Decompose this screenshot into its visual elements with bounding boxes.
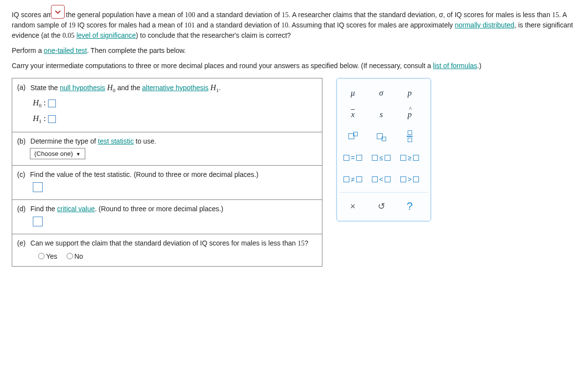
value-sample-mean: 101 (185, 22, 195, 29)
part-d-text: . (Round to three or more decimal places… (95, 205, 223, 213)
palette-subscript[interactable] (368, 126, 394, 146)
palette-xbar[interactable]: x (340, 105, 366, 124)
intro-text: .) (477, 62, 482, 70)
intro-text: IQ scores among the general population h… (12, 11, 185, 19)
sigma-symbol: σ (379, 88, 383, 98)
help-icon: ? (407, 200, 413, 213)
eq-symbol: = (351, 154, 355, 162)
test-statistic-input[interactable] (33, 182, 43, 192)
question-box: (a) State the null hypothesis H0 and the… (12, 78, 322, 267)
part-e-text: Can we support the claim that the standa… (30, 239, 298, 247)
link-null-hypothesis[interactable]: null hypothesis (60, 84, 105, 92)
palette-sigma[interactable]: σ (368, 83, 394, 103)
link-level-of-significance[interactable]: level of significance (76, 31, 136, 39)
chevron-down-icon: ▼ (76, 151, 81, 157)
part-b-text: Determine the type of (30, 137, 98, 145)
palette-superscript[interactable] (340, 126, 366, 146)
h0-input[interactable] (48, 99, 56, 107)
h1-input[interactable] (48, 115, 56, 123)
colon: : (42, 98, 48, 107)
close-icon: × (350, 201, 356, 212)
colon: : (42, 114, 48, 123)
intro-text: ) to conclude that the researcher's clai… (136, 31, 291, 39)
link-normally-distributed[interactable]: normally distributed (455, 21, 514, 29)
palette-s[interactable]: s (368, 105, 394, 124)
radio-no[interactable] (67, 253, 73, 259)
part-a-text: . (219, 84, 220, 92)
value-sd2: 15 (552, 11, 559, 19)
radio-no-label[interactable]: No (64, 252, 83, 260)
ge-symbol: ≥ (408, 154, 412, 162)
part-d: (d) Find the critical value. (Round to t… (12, 200, 322, 234)
select-placeholder: (Choose one) (34, 150, 73, 157)
link-critical-value[interactable]: critical value (57, 205, 95, 213)
link-list-of-formulas[interactable]: list of formulas (433, 62, 477, 70)
p-symbol: p (408, 88, 412, 98)
ne-symbol: ≠ (351, 175, 355, 183)
h0-row: H0 : (33, 98, 316, 108)
yes-text: Yes (46, 252, 57, 260)
link-test-statistic[interactable]: test statistic (98, 137, 134, 145)
part-e-text: ? (305, 239, 309, 247)
palette-fraction[interactable] (396, 126, 423, 146)
part-a-text: and the (116, 84, 143, 92)
palette-phat[interactable]: p (396, 105, 423, 124)
part-label: (e) (17, 239, 25, 247)
part-e: (e) Can we support the claim that the st… (12, 234, 322, 266)
mu-symbol: μ (351, 88, 355, 98)
value-sample-sd: 10 (281, 22, 288, 29)
palette-le[interactable]: ≤ (368, 148, 394, 168)
lt-symbol: < (379, 175, 383, 183)
intro-text: . Assuming that IQ scores for males are … (288, 21, 455, 29)
part-label: (d) (17, 205, 25, 213)
expand-toggle[interactable] (51, 5, 65, 19)
value-n: 19 (69, 22, 75, 29)
intro-text: IQ scores for males had a mean of (75, 21, 185, 29)
problem-statement: IQ scores among the general population h… (12, 10, 576, 71)
gt-symbol: > (408, 175, 412, 183)
palette-equals[interactable]: = (340, 148, 366, 168)
box-icon (353, 132, 358, 136)
xbar-symbol: x (351, 110, 355, 120)
h1-row: H1 : (33, 114, 316, 124)
palette-ne[interactable]: ≠ (340, 170, 366, 189)
palette-mu[interactable]: μ (340, 83, 366, 103)
intro-text: Perform a (12, 47, 44, 54)
palette-p[interactable]: p (396, 83, 423, 103)
no-text: No (74, 252, 83, 260)
part-c: (c) Find the value of the test statistic… (12, 166, 322, 200)
palette-help[interactable]: ? (396, 197, 423, 216)
palette-clear[interactable]: × (340, 197, 366, 216)
symbol-h: H (33, 98, 39, 107)
intro-text: and a standard deviation of (195, 11, 282, 19)
radio-yes-label[interactable]: Yes (36, 252, 57, 260)
intro-text: . A researcher claims that the standard … (289, 11, 552, 19)
part-a: (a) State the null hypothesis H0 and the… (12, 78, 322, 132)
radio-yes[interactable] (38, 253, 45, 259)
critical-value-input[interactable] (33, 217, 43, 226)
palette-lt[interactable]: < (368, 170, 394, 189)
part-label: (c) (17, 171, 25, 178)
symbol-h: H (33, 114, 39, 123)
part-c-text: Find the value of the test statistic. (R… (30, 171, 309, 178)
value-alpha: 0.05 (63, 32, 75, 39)
symbol-h1: H1 (210, 83, 219, 92)
part-label: (a) (17, 83, 25, 91)
palette-undo[interactable]: ↺ (368, 197, 394, 216)
palette-gt[interactable]: > (396, 170, 423, 189)
value-sd: 15 (282, 11, 289, 19)
s-symbol: s (380, 110, 383, 120)
link-one-tailed-test[interactable]: one-tailed test (44, 47, 87, 54)
fraction-icon (407, 130, 413, 142)
box-icon (382, 137, 386, 141)
phat-symbol: p (408, 110, 412, 120)
part-b-text: to use. (134, 137, 156, 145)
test-statistic-select[interactable]: (Choose one)▼ (30, 148, 85, 159)
link-alternative-hypothesis[interactable]: alternative hypothesis (142, 84, 208, 92)
intro-text: Carry your intermediate computations to … (12, 62, 433, 70)
part-b: (b) Determine the type of test statistic… (12, 132, 322, 166)
value-mean: 100 (185, 11, 195, 19)
symbol-palette: μ σ p x s p = ≤ ≥ ≠ < > × ↺ ? (336, 78, 431, 222)
palette-ge[interactable]: ≥ (396, 148, 423, 168)
part-a-text: State the (30, 84, 60, 92)
